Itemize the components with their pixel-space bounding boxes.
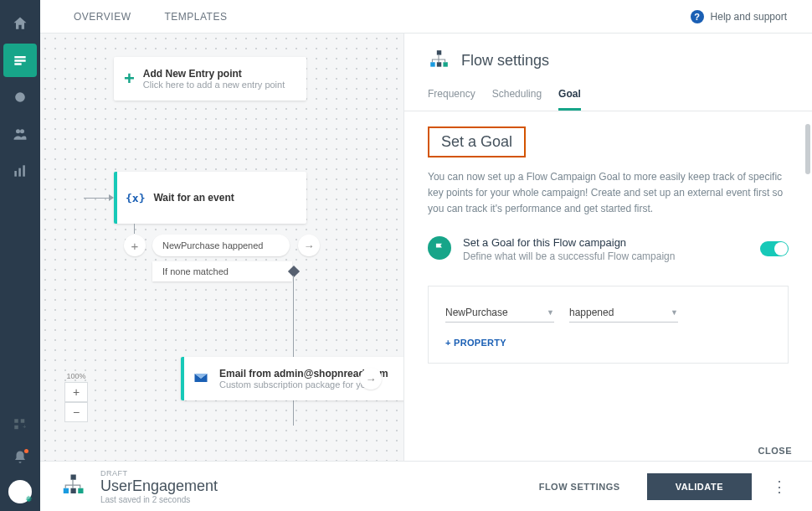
svg-rect-17 xyxy=(71,488,76,493)
help-label: Help and support xyxy=(711,11,787,23)
goal-row-title: Set a Goal for this Flow campaign xyxy=(463,236,748,249)
email-arrow-button[interactable]: → xyxy=(360,368,382,390)
svg-rect-13 xyxy=(437,62,441,66)
rail-notifications[interactable] xyxy=(3,441,37,474)
footer: DRAFT UserEngagement Last saved in 2 sec… xyxy=(40,461,812,511)
branch-arrow-button[interactable]: → xyxy=(298,235,320,256)
svg-rect-6 xyxy=(14,419,18,423)
apps-icon: + xyxy=(13,417,28,432)
help-icon: ? xyxy=(691,10,704,23)
none-matched-label: If none matched xyxy=(162,266,229,276)
add-branch-button[interactable]: + xyxy=(124,235,146,256)
moon-icon xyxy=(12,89,28,106)
flow-icon xyxy=(12,52,28,69)
panel-body: Set a Goal You can now set up a Flow Cam… xyxy=(404,111,812,461)
svg-rect-3 xyxy=(14,171,17,177)
plus-icon: + xyxy=(124,68,135,90)
svg-rect-5 xyxy=(23,165,25,176)
sitemap-icon xyxy=(60,472,85,500)
rail-people[interactable] xyxy=(3,117,37,151)
condition-select[interactable]: happened ▼ xyxy=(569,303,678,323)
add-property-link[interactable]: + PROPERTY xyxy=(445,338,771,348)
help-link[interactable]: ? Help and support xyxy=(691,10,787,23)
wait-event-card[interactable]: {x} Wait for an event xyxy=(114,172,306,224)
left-rail: + xyxy=(0,0,40,511)
rail-moon[interactable] xyxy=(3,80,37,114)
flag-icon xyxy=(428,236,451,260)
braces-icon: {x} xyxy=(126,192,145,204)
none-matched-pill[interactable]: If none matched xyxy=(152,261,292,281)
top-bar: OVERVIEW TEMPLATES ? Help and support xyxy=(40,0,812,34)
svg-point-1 xyxy=(16,129,20,133)
connector-line xyxy=(293,400,294,426)
people-icon xyxy=(12,126,28,142)
zoom-controls: 100% + − xyxy=(64,372,89,422)
svg-rect-16 xyxy=(64,488,69,493)
svg-rect-11 xyxy=(437,50,441,54)
svg-point-0 xyxy=(15,92,25,102)
rail-apps[interactable]: + xyxy=(3,412,37,437)
tab-scheduling[interactable]: Scheduling xyxy=(492,88,542,111)
flow-settings-button[interactable]: FLOW SETTINGS xyxy=(527,475,632,498)
status-badge: DRAFT xyxy=(100,469,218,477)
settings-panel: Flow settings Frequency Scheduling Goal … xyxy=(403,34,812,461)
sitemap-icon xyxy=(428,49,450,73)
zoom-out-button[interactable]: − xyxy=(64,402,88,422)
svg-rect-14 xyxy=(443,62,447,66)
purchase-branch-pill[interactable]: NewPurchase happened xyxy=(152,235,290,256)
connector-line xyxy=(134,224,135,234)
rail-chart[interactable] xyxy=(3,154,37,188)
email-icon xyxy=(193,369,209,389)
event-select-value: NewPurchase xyxy=(445,307,508,318)
connector-line xyxy=(84,198,110,199)
goal-heading: Set a Goal xyxy=(428,126,526,157)
event-select[interactable]: NewPurchase ▼ xyxy=(445,303,554,323)
goal-form: NewPurchase ▼ happened ▼ + PROPERTY xyxy=(428,286,789,364)
more-menu-button[interactable]: ⋮ xyxy=(767,477,792,496)
goal-toggle[interactable] xyxy=(760,241,789,256)
chevron-down-icon: ▼ xyxy=(671,308,678,317)
rail-avatar[interactable] xyxy=(3,477,37,511)
tab-overview[interactable]: OVERVIEW xyxy=(74,11,131,23)
add-entry-point-card[interactable]: + Add New Entry point Click here to add … xyxy=(114,57,306,101)
panel-tabs: Frequency Scheduling Goal xyxy=(404,73,812,111)
last-saved: Last saved in 2 seconds xyxy=(100,495,218,504)
rail-flow[interactable] xyxy=(3,44,37,77)
tab-templates[interactable]: TEMPLATES xyxy=(164,11,227,23)
bell-icon xyxy=(13,450,28,465)
tab-frequency[interactable]: Frequency xyxy=(428,88,475,111)
svg-rect-18 xyxy=(78,488,83,493)
goal-row-subtitle: Define what will be a successful Flow ca… xyxy=(463,250,748,262)
zoom-in-button[interactable]: + xyxy=(64,382,88,402)
chart-icon xyxy=(12,163,28,179)
zoom-level: 100% xyxy=(66,372,85,380)
workspace: + Add New Entry point Click here to add … xyxy=(40,34,812,461)
scrollbar-thumb[interactable] xyxy=(805,124,810,174)
goal-toggle-row: Set a Goal for this Flow campaign Define… xyxy=(428,236,789,262)
close-button[interactable]: CLOSE xyxy=(758,446,792,456)
svg-rect-12 xyxy=(430,62,434,66)
panel-header: Flow settings xyxy=(404,34,812,73)
rail-home[interactable] xyxy=(3,7,37,40)
main-column: OVERVIEW TEMPLATES ? Help and support + … xyxy=(40,0,812,511)
panel-title: Flow settings xyxy=(461,52,549,70)
gear-icon xyxy=(23,495,33,505)
wait-title: Wait for an event xyxy=(153,192,234,204)
flow-canvas[interactable]: + Add New Entry point Click here to add … xyxy=(40,34,403,461)
svg-rect-8 xyxy=(14,426,18,430)
goal-description: You can now set up a Flow Campaign Goal … xyxy=(428,169,789,218)
svg-text:+: + xyxy=(23,423,27,431)
validate-button[interactable]: VALIDATE xyxy=(647,473,752,500)
svg-rect-15 xyxy=(71,475,76,480)
entry-title: Add New Entry point xyxy=(143,68,285,80)
campaign-name: UserEngagement xyxy=(100,477,218,495)
entry-subtitle: Click here to add a new entry point xyxy=(143,80,285,90)
svg-rect-4 xyxy=(18,168,21,177)
svg-point-2 xyxy=(20,129,24,133)
condition-select-value: happened xyxy=(569,307,614,318)
chevron-down-icon: ▼ xyxy=(547,308,554,317)
tab-goal[interactable]: Goal xyxy=(558,88,581,111)
app-root: + OVERVIEW TEMPLATES ? Help and support xyxy=(0,0,812,511)
home-icon xyxy=(12,15,28,32)
purchase-branch-label: NewPurchase happened xyxy=(162,240,263,250)
